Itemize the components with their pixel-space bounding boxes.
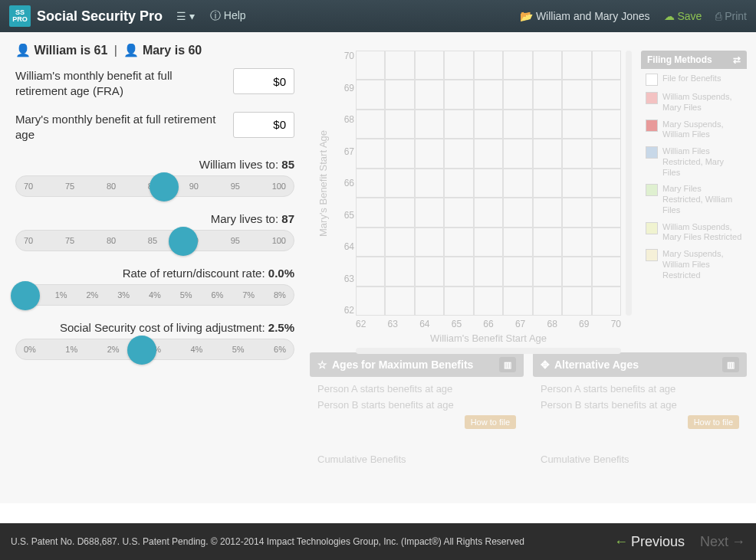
chart-scroll-x[interactable] — [356, 348, 621, 354]
legend-swatch — [646, 184, 658, 196]
chart-grid[interactable] — [356, 51, 621, 316]
legend-swatch — [646, 249, 658, 261]
info-icon: ⓘ — [210, 9, 221, 21]
card-max-line2: Person B starts benefits at age — [317, 399, 516, 411]
slider-life-b-value: 87 — [281, 212, 294, 225]
y-ticks: 706968676665646362 — [340, 51, 354, 316]
slider-life-a-label: William lives to: — [199, 158, 278, 171]
slider-life-b-label: Mary lives to: — [211, 212, 278, 225]
bar-chart-icon[interactable]: ▥ — [499, 357, 516, 372]
footer: U.S. Patent No. D688,687. U.S. Patent Pe… — [0, 523, 756, 560]
move-icon: ✥ — [541, 359, 550, 371]
menu-dropdown[interactable]: ☰ ▾ — [176, 10, 195, 22]
legend-label: Mary Files Restricted, William Files — [662, 184, 742, 215]
person-b-fra-label: Mary's monthly benefit at full retiremen… — [15, 112, 233, 143]
persons-summary: 👤 William is 61 | 👤 Mary is 60 — [15, 43, 294, 57]
y-axis-label: Mary's Benefit Start Age — [317, 51, 329, 316]
slider-cola-track[interactable]: 0%1%2%3%4%5%6% — [15, 339, 294, 360]
slider-rate-label: Rate of return/discount rate: — [123, 267, 265, 280]
app-logo: SS PRO — [9, 5, 31, 27]
arrow-left-icon: ← — [614, 534, 628, 550]
bar-chart-icon[interactable]: ▥ — [722, 357, 739, 372]
legend-item[interactable]: Mary Suspends, William Files — [646, 120, 742, 141]
print-icon: ⎙ — [715, 10, 721, 22]
legend-item[interactable]: William Suspends, Mary Files Restricted — [646, 222, 742, 244]
legend-header[interactable]: Filing Methods ⇄ — [641, 51, 747, 69]
shuffle-icon: ⇄ — [733, 54, 741, 65]
user-icon: 👤 — [123, 44, 139, 57]
cloud-icon: ☁ — [664, 10, 675, 22]
person-a-fra-label: William's monthly benefit at full retire… — [15, 68, 233, 100]
card-max-line1: Person A starts benefits at age — [317, 383, 516, 395]
slider-life-a-track[interactable]: 707580859095100 — [15, 175, 294, 197]
legend-label: Mary Suspends, William Files — [662, 120, 742, 141]
save-label: Save — [677, 10, 702, 22]
card-max-benefits: ☆ Ages for Maximum Benefits ▥ Person A s… — [310, 352, 524, 471]
slider-cola-label: Social Security cost of living adjustmen… — [60, 321, 265, 334]
legend-item[interactable]: Mary Files Restricted, William Files — [646, 184, 742, 215]
list-icon: ☰ — [176, 10, 186, 22]
card-alt-ages: ✥ Alternative Ages ▥ Person A starts ben… — [533, 352, 747, 471]
how-to-file-button[interactable]: How to file — [465, 415, 516, 429]
next-label: Next — [700, 534, 728, 550]
card-alt-title: Alternative Ages — [554, 359, 639, 371]
legend-swatch — [646, 146, 658, 159]
slider-life-b-thumb[interactable] — [169, 227, 198, 256]
save-button[interactable]: ☁ Save — [664, 10, 702, 22]
slider-cola-thumb[interactable] — [127, 336, 156, 365]
topbar: SS PRO Social Security Pro ☰ ▾ ⓘ Help 📂 … — [0, 0, 756, 32]
legend-swatch — [646, 92, 658, 104]
slider-life-b: Mary lives to: 87 707580859095100 — [15, 212, 294, 251]
logo-bottom: PRO — [12, 16, 28, 23]
legend-item[interactable]: File for Benefits — [646, 74, 742, 86]
legend-item[interactable]: William Files Restricted, Mary Files — [646, 146, 742, 178]
legend-swatch — [646, 74, 658, 86]
slider-rate-value: 0.0% — [268, 267, 294, 280]
previous-button[interactable]: ← Previous — [614, 534, 685, 550]
legend-label: William Suspends, Mary Files — [662, 92, 742, 113]
card-alt-line1: Person A starts benefits at age — [541, 383, 739, 395]
slider-rate-thumb[interactable] — [11, 281, 40, 310]
slider-cola: Social Security cost of living adjustmen… — [15, 321, 294, 360]
star-icon: ☆ — [317, 359, 327, 371]
print-label: Print — [725, 10, 747, 22]
legend-title: Filing Methods — [647, 54, 712, 65]
legend-label: File for Benefits — [662, 74, 721, 84]
help-label: Help — [224, 9, 246, 21]
slider-life-a-value: 85 — [281, 158, 294, 171]
slider-life-b-ticks: 707580859095100 — [24, 236, 286, 245]
x-ticks: 626364656667686970 — [356, 319, 621, 329]
client-name-link[interactable]: 📂 William and Mary Jones — [520, 10, 650, 22]
slider-life-b-track[interactable]: 707580859095100 — [15, 230, 294, 251]
print-button[interactable]: ⎙ Print — [715, 10, 747, 22]
app-title: Social Security Pro — [37, 8, 163, 25]
legend-item[interactable]: Mary Suspends, William Files Restricted — [646, 249, 742, 280]
slider-rate-track[interactable]: 0%1%2%3%4%5%6%7%8% — [15, 284, 294, 306]
card-max-title: Ages for Maximum Benefits — [332, 359, 473, 371]
footer-patent: U.S. Patent No. D688,687. U.S. Patent Pe… — [11, 536, 524, 547]
legend-label: William Files Restricted, Mary Files — [662, 146, 742, 178]
inputs-panel: 👤 William is 61 | 👤 Mary is 60 William's… — [0, 32, 307, 503]
slider-life-a: William lives to: 85 707580859095100 — [15, 158, 294, 197]
person-b-fra-input[interactable] — [233, 112, 294, 138]
legend-item[interactable]: William Suspends, Mary Files — [646, 92, 742, 113]
chart-area: Mary's Benefit Start Age 706968676665646… — [310, 41, 747, 340]
card-alt-line2: Person B starts benefits at age — [541, 399, 739, 411]
person-a-fra-input[interactable] — [233, 68, 294, 94]
card-alt-cumulative: Cumulative Benefits — [533, 447, 747, 471]
chart-scroll-y[interactable] — [626, 51, 632, 316]
person-a-age: 61 — [94, 44, 108, 57]
help-button[interactable]: ⓘ Help — [210, 9, 246, 23]
slider-cola-value: 2.5% — [268, 321, 294, 334]
person-a-name: William — [34, 44, 77, 57]
legend-swatch — [646, 120, 658, 132]
user-icon: 👤 — [15, 44, 31, 57]
legend-label: William Suspends, Mary Files Restricted — [662, 222, 742, 244]
legend-label: Mary Suspends, William Files Restricted — [662, 249, 742, 280]
x-axis-label: William's Benefit Start Age — [356, 332, 621, 344]
person-b-age: 60 — [188, 44, 202, 57]
folder-open-icon: 📂 — [520, 10, 533, 22]
how-to-file-button[interactable]: How to file — [688, 415, 739, 429]
prev-label: Previous — [631, 534, 685, 550]
slider-life-a-thumb[interactable] — [150, 172, 179, 201]
